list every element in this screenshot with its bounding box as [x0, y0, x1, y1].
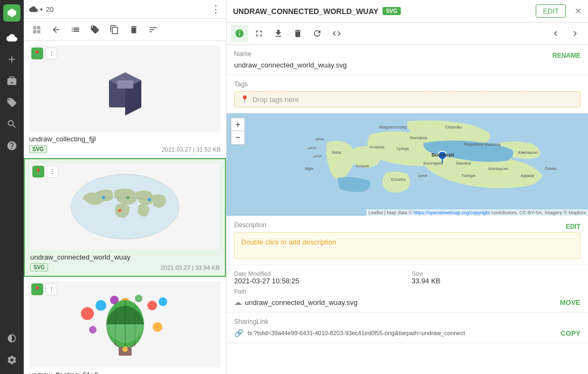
svg-text:تونس: تونس: [307, 145, 317, 149]
settings-sidebar-icon[interactable]: [2, 350, 22, 370]
svg-text:Hrvatska: Hrvatska: [370, 145, 385, 149]
tag-sidebar-icon[interactable]: [2, 93, 22, 112]
cloud-sidebar-icon[interactable]: [2, 28, 22, 47]
description-header: Description EDIT: [234, 221, 580, 232]
tag-view-button[interactable]: [86, 21, 104, 38]
sort-button[interactable]: [145, 21, 162, 38]
copy-button[interactable]: [106, 21, 123, 38]
edit-button[interactable]: EDIT: [536, 4, 566, 18]
tag-icon[interactable]: 📍: [31, 47, 43, 59]
svg-text:България: България: [423, 161, 442, 166]
file-item-tags: 📍 ⋮: [31, 47, 57, 59]
detail-svg-tag: SVG: [382, 7, 400, 15]
file-name: undraw_floating_61u6: [29, 371, 221, 374]
menu-icon[interactable]: ⋮: [46, 166, 58, 178]
zoom-in-button[interactable]: +: [231, 118, 244, 131]
map-attribution: Leaflet | Map data © https://openstreetm…: [366, 209, 588, 216]
svg-text:București: București: [432, 152, 454, 158]
file-item[interactable]: 📍 ⋮: [24, 158, 226, 277]
detail-toolbar: [227, 23, 588, 45]
info-grid: Date Modified 2021-03-27 10:58:25 Size 3…: [234, 270, 580, 285]
fullscreen-button[interactable]: [250, 25, 268, 42]
description-area[interactable]: Double click to add description: [234, 232, 580, 259]
file-meta: SVG 2021.03.27 | 31.52 KB: [29, 145, 221, 153]
svg-badge: SVG: [29, 145, 47, 153]
menu-icon[interactable]: ⋮: [45, 283, 57, 295]
file-info-section: Date Modified 2021-03-27 10:58:25 Size 3…: [227, 265, 588, 312]
svg-text:Magyarország: Magyarország: [379, 125, 407, 130]
osm-link[interactable]: https://openstreetmap.org/copyright: [414, 210, 490, 215]
path-text: undraw_connected_world_wuay.svg: [245, 298, 358, 307]
tags-label: Tags: [234, 80, 580, 88]
svg-text:Republica Moldova: Republica Moldova: [464, 142, 501, 147]
select-all-button[interactable]: [28, 21, 45, 38]
file-list: 📍 ⋮ undraw_collecting_fjjl SVG 2021.03.2…: [24, 41, 226, 374]
svg-text:İzmir: İzmir: [418, 173, 428, 178]
sidebar-logo[interactable]: [3, 4, 20, 22]
cloud-button[interactable]: ▾: [29, 5, 43, 13]
file-preview: [29, 45, 221, 132]
file-panel-header: ▾ 20 ⋮: [24, 0, 226, 19]
prev-button[interactable]: [547, 25, 564, 42]
svg-text:Aşkabat: Aşkabat: [521, 174, 534, 178]
detail-header: UNDRAW_CONNECTED_WORLD_WUAY SVG EDIT ✕: [227, 0, 588, 23]
file-item-tags: 📍 ⋮: [31, 283, 57, 295]
list-view-button[interactable]: [67, 21, 84, 38]
svg-text:Kоприв: Kоприв: [356, 164, 369, 168]
detail-delete-button[interactable]: [289, 25, 306, 42]
help-sidebar-icon[interactable]: [2, 136, 22, 155]
code-button[interactable]: [328, 25, 345, 42]
svg-point-20: [153, 322, 162, 332]
contrast-sidebar-icon[interactable]: [2, 329, 22, 348]
svg-text:Ελλάδα: Ελλάδα: [391, 177, 406, 182]
file-item-tags: 📍 ⋮: [32, 166, 58, 178]
link-icon: 🔗: [234, 329, 243, 337]
path-cloud-icon: ☁: [234, 298, 242, 307]
description-edit-button[interactable]: EDIT: [566, 223, 580, 230]
svg-text:İstanbul: İstanbul: [456, 161, 471, 166]
copy-link-button[interactable]: COPY: [560, 329, 580, 337]
tags-drop-placeholder: Drop tags here: [252, 96, 299, 104]
sharing-section: SharingLink 🔗 ts:?tslid=39a44e99-6431-40…: [227, 312, 588, 343]
sharing-row: 🔗 ts:?tslid=39a44e99-6431-4010-8203-93ec…: [234, 329, 580, 337]
svg-text:Italia: Italia: [332, 150, 341, 155]
search-sidebar-icon[interactable]: [2, 114, 22, 134]
tag-icon[interactable]: 📍: [32, 166, 44, 178]
briefcase-sidebar-icon[interactable]: [2, 71, 22, 91]
svg-text:Ionia: Ionia: [316, 137, 324, 141]
svg-text:Alger: Alger: [305, 167, 314, 171]
date-modified-value: 2021-03-27 10:58:25: [234, 277, 403, 285]
file-date: 2021.03.27 | 33.94 KB: [161, 264, 220, 271]
leaflet-credit: Leaflet: [368, 210, 383, 215]
info-button[interactable]: [231, 25, 248, 42]
zoom-out-button[interactable]: −: [231, 131, 244, 144]
file-date: 2021.03.27 | 31.52 KB: [162, 146, 221, 153]
close-button[interactable]: ✕: [575, 6, 582, 16]
download-button[interactable]: [270, 25, 287, 42]
svg-text:Azerbaycan: Azerbaycan: [488, 167, 508, 171]
tags-drop-area[interactable]: 📍 Drop tags here: [234, 91, 580, 107]
plus-sidebar-icon[interactable]: [2, 50, 22, 69]
file-panel: ▾ 20 ⋮ 📍 ⋮: [24, 0, 227, 374]
refresh-button[interactable]: [309, 25, 326, 42]
menu-icon[interactable]: ⋮: [45, 47, 57, 59]
path-row: Path: [234, 288, 580, 295]
tag-icon[interactable]: 📍: [31, 283, 43, 295]
name-label: Name: [234, 50, 251, 58]
go-back-button[interactable]: [47, 21, 65, 38]
file-toolbar: [24, 19, 226, 41]
detail-title: UNDRAW_CONNECTED_WORLD_WUAY: [233, 7, 378, 16]
file-item[interactable]: 📍 ⋮ undraw_collecting_fjjl SVG 2021.03.2…: [24, 41, 226, 158]
date-modified-label: Date Modified: [234, 270, 403, 277]
next-button[interactable]: [566, 25, 584, 42]
size-label: Size: [412, 270, 580, 277]
svg-point-19: [89, 326, 97, 334]
svg-text:România: România: [410, 135, 428, 140]
more-options-button[interactable]: ⋮: [211, 3, 221, 15]
delete-button[interactable]: [125, 21, 142, 38]
svg-text:تونس: تونس: [313, 153, 322, 158]
file-item[interactable]: 📍 ⋮: [24, 277, 226, 374]
rename-button[interactable]: RENAME: [552, 52, 580, 59]
move-button[interactable]: MOVE: [560, 298, 580, 307]
svg-badge: SVG: [30, 263, 48, 271]
